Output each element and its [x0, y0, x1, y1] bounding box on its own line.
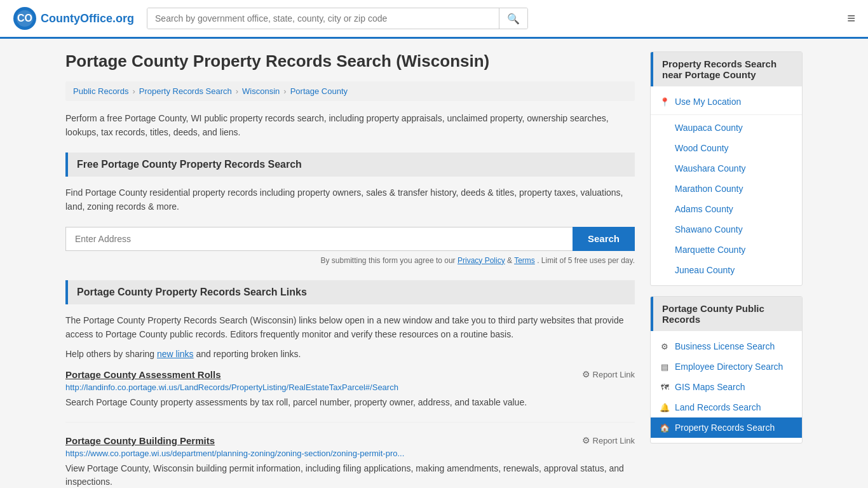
record-type-icon: 🔔 [660, 403, 670, 412]
page-description: Perform a free Portage County, WI public… [65, 111, 635, 140]
public-record-link[interactable]: 🗺GIS Maps Search [651, 377, 802, 397]
nearby-county-link[interactable]: Marquette County [651, 240, 802, 260]
nearby-county-link[interactable]: Waupaca County [651, 118, 802, 138]
use-my-location-link[interactable]: 📍 Use My Location [651, 92, 802, 112]
address-search-input[interactable] [65, 227, 573, 251]
free-search-section: Free Portage County Property Records Sea… [65, 152, 635, 265]
county-label: Adams County [675, 204, 733, 214]
free-search-description: Find Portage County residential property… [65, 186, 635, 214]
links-section-description: The Portage County Property Records Sear… [65, 313, 635, 342]
logo-icon: CO [13, 6, 37, 30]
county-label: Waupaca County [675, 123, 743, 133]
public-record-link[interactable]: ▤Employee Directory Search [651, 356, 802, 377]
report-icon: ⚙ [582, 369, 590, 379]
nearby-counties-list: Waupaca CountyWood CountyWaushara County… [651, 118, 802, 280]
county-label: Marquette County [675, 245, 745, 255]
public-record-link[interactable]: ⚙Business License Search [651, 336, 802, 356]
links-section-heading: Portage County Property Records Search L… [65, 280, 635, 304]
global-search-input[interactable] [147, 8, 499, 29]
share-text: Help others by sharing new links and rep… [65, 349, 635, 359]
page-container: Portage County Property Records Search (… [53, 39, 815, 488]
record-item-header: Portage County Assessment Rolls ⚙ Report… [65, 369, 635, 380]
global-search-button[interactable]: 🔍 [499, 8, 527, 29]
public-records-heading: Portage County Public Records [651, 297, 802, 331]
record-type-icon: ⚙ [660, 342, 670, 351]
record-description: View Portage County, Wisconsin building … [65, 462, 635, 488]
terms-link[interactable]: Terms [514, 256, 535, 265]
nearby-county-link[interactable]: Adams County [651, 199, 802, 219]
record-url[interactable]: http://landinfo.co.portage.wi.us/LandRec… [65, 383, 635, 392]
nearby-counties-body: 📍 Use My Location Waupaca CountyWood Cou… [651, 86, 802, 285]
address-search-button[interactable]: Search [573, 227, 635, 251]
nearby-county-link[interactable]: Shawano County [651, 219, 802, 240]
breadcrumb: Public Records › Property Records Search… [65, 81, 635, 101]
breadcrumb-sep-2: › [236, 86, 238, 96]
record-item-header: Portage County Building Permits ⚙ Report… [65, 435, 635, 446]
address-search-form: Search [65, 227, 635, 251]
nearby-county-link[interactable]: Wood County [651, 138, 802, 158]
county-label: Juneau County [675, 265, 735, 275]
logo-text: CountyOffice.org [41, 12, 134, 25]
form-note: By submitting this form you agree to our… [65, 256, 635, 265]
public-records-list: ⚙Business License Search▤Employee Direct… [651, 336, 802, 438]
public-records-card: Portage County Public Records ⚙Business … [650, 296, 803, 444]
nearby-county-link[interactable]: Juneau County [651, 260, 802, 280]
records-list: Portage County Assessment Rolls ⚙ Report… [65, 369, 635, 488]
county-label: Wood County [675, 143, 729, 153]
nearby-county-link[interactable]: Marathon County [651, 179, 802, 199]
report-label: Report Link [593, 436, 635, 445]
record-type-icon: 🏠 [660, 423, 670, 433]
county-label: Marathon County [675, 184, 743, 194]
sidebar-divider [651, 114, 802, 115]
record-title[interactable]: Portage County Building Permits [65, 435, 215, 446]
public-records-body: ⚙Business License Search▤Employee Direct… [651, 331, 802, 443]
breadcrumb-property-records-search[interactable]: Property Records Search [139, 86, 232, 96]
breadcrumb-public-records[interactable]: Public Records [73, 86, 128, 96]
page-title: Portage County Property Records Search (… [65, 51, 635, 71]
record-type-label: Business License Search [675, 341, 775, 351]
record-type-label: Land Records Search [675, 402, 761, 412]
record-type-label: GIS Maps Search [675, 382, 745, 392]
privacy-policy-link[interactable]: Privacy Policy [458, 256, 505, 265]
hamburger-menu-button[interactable]: ≡ [847, 10, 855, 27]
main-content: Portage County Property Records Search (… [65, 51, 635, 488]
location-icon: 📍 [660, 97, 670, 107]
breadcrumb-portage-county[interactable]: Portage County [290, 86, 348, 96]
free-search-heading: Free Portage County Property Records Sea… [65, 152, 635, 177]
report-link-button[interactable]: ⚙ Report Link [582, 369, 635, 379]
breadcrumb-sep-1: › [132, 86, 135, 96]
county-label: Shawano County [675, 224, 743, 234]
site-header: CO CountyOffice.org 🔍 ≡ [0, 0, 868, 39]
record-item: Portage County Building Permits ⚙ Report… [65, 435, 635, 488]
global-search-bar: 🔍 [147, 8, 528, 29]
nearby-county-link[interactable]: Waushara County [651, 158, 802, 179]
public-record-link[interactable]: 🏠Property Records Search [651, 417, 802, 438]
links-section: Portage County Property Records Search L… [65, 280, 635, 488]
record-type-icon: 🗺 [660, 383, 670, 392]
report-link-button[interactable]: ⚙ Report Link [582, 435, 635, 445]
svg-text:CO: CO [17, 13, 32, 24]
nearby-counties-card: Property Records Search near Portage Cou… [650, 51, 803, 286]
breadcrumb-wisconsin[interactable]: Wisconsin [242, 86, 280, 96]
record-type-label: Property Records Search [675, 423, 775, 433]
record-description: Search Portage County property assessmen… [65, 396, 635, 409]
record-title[interactable]: Portage County Assessment Rolls [65, 369, 221, 380]
new-links-link[interactable]: new links [157, 349, 194, 359]
nearby-counties-heading: Property Records Search near Portage Cou… [651, 52, 802, 86]
record-item: Portage County Assessment Rolls ⚙ Report… [65, 369, 635, 423]
breadcrumb-sep-3: › [283, 86, 286, 96]
sidebar: Property Records Search near Portage Cou… [650, 51, 803, 488]
county-label: Waushara County [675, 163, 746, 173]
report-label: Report Link [593, 370, 635, 379]
site-logo[interactable]: CO CountyOffice.org [13, 6, 134, 30]
record-type-label: Employee Directory Search [675, 362, 783, 372]
record-type-icon: ▤ [660, 362, 670, 372]
record-url[interactable]: https://www.co.portage.wi.us/department/… [65, 449, 635, 458]
public-record-link[interactable]: 🔔Land Records Search [651, 397, 802, 417]
report-icon: ⚙ [582, 435, 590, 445]
